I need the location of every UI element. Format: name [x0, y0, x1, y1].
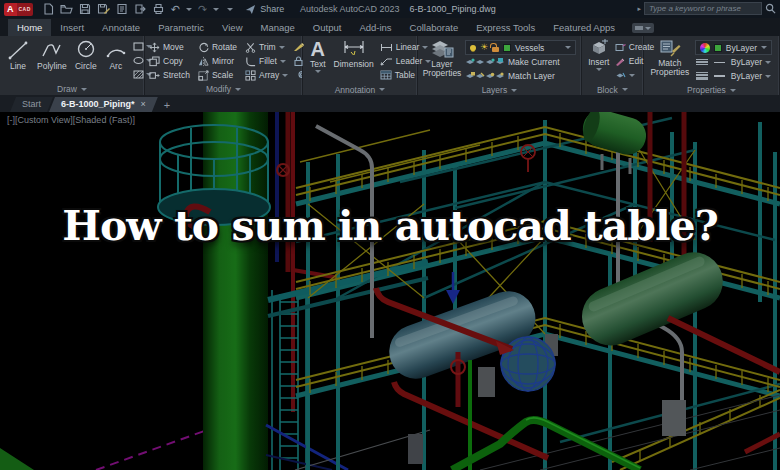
print-icon[interactable]: [152, 3, 165, 15]
create-block-icon: [615, 43, 626, 52]
layer-properties-button[interactable]: Layer Properties: [422, 38, 462, 85]
layer-dropdown-caret-icon[interactable]: [565, 46, 571, 49]
circle-button[interactable]: Circle: [72, 38, 100, 83]
lineweight-value: ByLayer: [731, 71, 762, 81]
dimension-button[interactable]: Dimension: [331, 38, 377, 84]
line-icon: [7, 39, 29, 61]
undo-icon[interactable]: ↶: [171, 4, 180, 15]
export-icon[interactable]: [134, 3, 146, 15]
rotate-button[interactable]: Rotate: [198, 42, 237, 53]
tab-output[interactable]: Output: [304, 19, 351, 36]
ellipse-icon: [133, 56, 144, 65]
autocad-window: A CAD ↶ ↷ Share Autodesk AutoCAD 2023 6-…: [0, 0, 780, 470]
tab-add-ins[interactable]: Add-ins: [350, 19, 400, 36]
logo-cad: CAD: [17, 3, 33, 16]
redo-icon[interactable]: ↷: [198, 4, 207, 15]
share-button[interactable]: Share: [245, 4, 284, 15]
search-expand-icon[interactable]: ▸: [637, 5, 641, 13]
tab-express-tools[interactable]: Express Tools: [467, 19, 544, 36]
document-title: 6-B-1000_Piping.dwg: [410, 4, 496, 14]
autocad-logo-icon[interactable]: A CAD: [4, 2, 33, 16]
plot-icon[interactable]: [116, 3, 128, 15]
panel-annotation: A Text Dimension Linear Leader Table Ann…: [303, 36, 418, 95]
close-tab-icon[interactable]: ×: [141, 99, 146, 109]
ribbon-tab-bar: Home Insert Annotate Parametric View Man…: [0, 18, 780, 36]
match-properties-button[interactable]: Match Properties: [648, 38, 692, 85]
panel-draw: Line Polyline Circle Arc: [0, 36, 145, 95]
tab-annotate[interactable]: Annotate: [93, 19, 149, 36]
array-icon: [245, 70, 256, 81]
block-panel-label[interactable]: Block: [582, 84, 643, 95]
start-tab[interactable]: Start: [10, 97, 53, 112]
table-icon: [380, 70, 392, 80]
block-attributes-icon: [615, 71, 626, 80]
model-viewport[interactable]: [-][Custom View][Shaded (Fast)] How to s…: [0, 112, 780, 470]
hatch-icon: [133, 70, 144, 79]
layer-dropdown[interactable]: ☀ Vessels: [465, 40, 576, 55]
line-button[interactable]: Line: [4, 38, 32, 83]
arc-button[interactable]: Arc: [102, 38, 130, 83]
draw-panel-label[interactable]: Draw: [0, 83, 144, 95]
text-button[interactable]: A Text: [307, 38, 329, 84]
redo-dropdown-icon[interactable]: [213, 8, 219, 11]
move-button[interactable]: Move: [149, 42, 190, 53]
trim-icon: [245, 42, 256, 53]
tab-home[interactable]: Home: [8, 19, 51, 36]
color-value: ByLayer: [726, 43, 757, 53]
copy-icon: [149, 56, 160, 67]
annotation-panel-label[interactable]: Annotation: [303, 84, 417, 95]
linear-icon: [380, 43, 393, 52]
match-layer-button[interactable]: Match Layer: [465, 69, 576, 83]
save-icon[interactable]: [79, 3, 91, 15]
tab-insert[interactable]: Insert: [51, 19, 93, 36]
tab-parametric[interactable]: Parametric: [149, 19, 213, 36]
viewport-controls[interactable]: [-][Custom View][Shaded (Fast)]: [7, 115, 135, 125]
insert-block-button[interactable]: Insert: [586, 38, 612, 84]
layers-panel-label[interactable]: Layers: [418, 85, 581, 95]
ribbon: Line Polyline Circle Arc: [0, 36, 780, 95]
tab-manage[interactable]: Manage: [252, 19, 304, 36]
tab-view[interactable]: View: [213, 19, 251, 36]
save-as-icon[interactable]: [97, 3, 110, 15]
fillet-button[interactable]: Fillet: [245, 56, 288, 67]
layer-on-bulb-icon[interactable]: [470, 45, 476, 51]
tab-collaborate[interactable]: Collaborate: [401, 19, 468, 36]
polyline-button[interactable]: Polyline: [34, 38, 70, 83]
open-folder-icon[interactable]: [60, 3, 73, 15]
modify-panel-label[interactable]: Modify: [145, 83, 302, 95]
stretch-button[interactable]: Stretch: [149, 70, 190, 81]
array-button[interactable]: Array: [245, 70, 288, 81]
search-icon[interactable]: [765, 3, 776, 14]
polyline-icon: [41, 39, 63, 61]
text-icon: A: [311, 39, 325, 59]
trim-button[interactable]: Trim: [245, 42, 288, 53]
app-title: Autodesk AutoCAD 2023: [300, 4, 400, 14]
layer-unlock-icon[interactable]: [492, 47, 499, 52]
overlay-title: How to sum in autocad table?: [0, 202, 780, 250]
insert-block-icon: [589, 39, 609, 57]
panel-modify: Move Rotate Trim Copy Mirror Fillet Stre…: [145, 36, 303, 95]
move-icon: [149, 42, 160, 53]
layer-thaw-sun-icon[interactable]: ☀: [480, 43, 488, 52]
copy-button[interactable]: Copy: [149, 56, 190, 67]
document-tab-label: 6-B-1000_Piping*: [61, 99, 135, 109]
new-file-icon[interactable]: [42, 3, 54, 15]
linetype-dropdown[interactable]: ByLayer: [695, 55, 772, 69]
properties-panel-label[interactable]: Properties: [644, 85, 779, 95]
qat-customize-icon[interactable]: [227, 8, 233, 11]
ribbon-overflow-button[interactable]: [632, 23, 654, 33]
object-color-dropdown[interactable]: ByLayer: [695, 40, 772, 55]
search-input[interactable]: [644, 2, 762, 15]
tab-featured-apps[interactable]: Featured Apps: [544, 19, 624, 36]
make-current-button[interactable]: Make Current: [465, 55, 576, 69]
scale-button[interactable]: Scale: [198, 70, 237, 81]
undo-dropdown-icon[interactable]: [186, 8, 192, 11]
document-tab[interactable]: 6-B-1000_Piping* ×: [49, 97, 158, 112]
mirror-icon: [198, 56, 209, 67]
lineweight-dropdown[interactable]: ByLayer: [695, 69, 772, 83]
new-tab-button[interactable]: +: [164, 99, 170, 112]
mirror-button[interactable]: Mirror: [198, 56, 237, 67]
circle-icon: [75, 39, 97, 61]
color-wheel-icon: [700, 43, 710, 53]
layer-color-swatch: [503, 44, 511, 52]
